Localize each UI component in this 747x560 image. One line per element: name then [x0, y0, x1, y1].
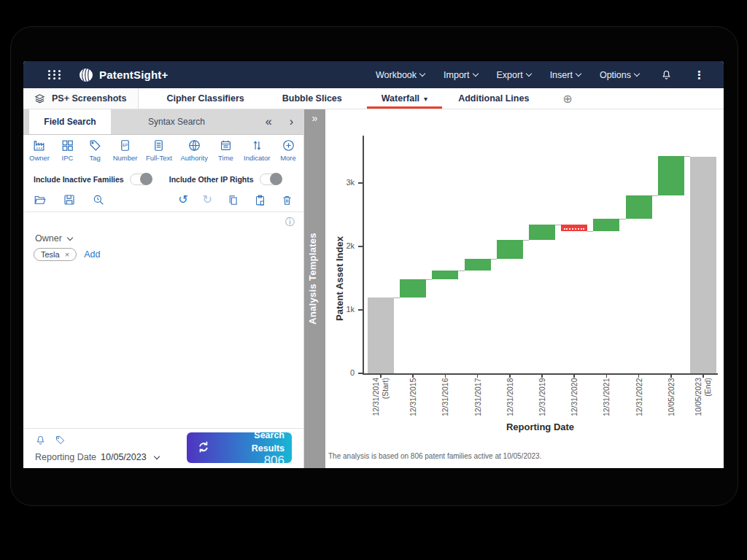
tag-icon[interactable]	[55, 435, 66, 446]
previous-level-dotted-line	[564, 228, 584, 230]
tab-syntax-search[interactable]: Syntax Search	[111, 109, 242, 134]
owner-chip-tesla[interactable]: Tesla ×	[34, 248, 77, 261]
tab-ps-screenshots[interactable]: PS+ Screenshots	[23, 88, 139, 109]
owner-add-link[interactable]: Add	[84, 249, 100, 260]
tab-waterfall[interactable]: Waterfall ▾	[367, 88, 442, 109]
owner-filter-header[interactable]: Owner	[35, 233, 72, 244]
chevron-down-icon	[419, 71, 425, 77]
waterfall-bar[interactable]	[626, 195, 652, 218]
sliders-arrows-icon	[250, 139, 264, 152]
patentsight-logo[interactable]: PatentSight+	[78, 67, 169, 83]
search-history-icon[interactable]	[92, 193, 105, 206]
menu-options[interactable]: Options	[600, 70, 639, 80]
bar-connector-line	[523, 240, 529, 241]
field-ipc-button[interactable]: IPC	[58, 139, 77, 162]
folder-open-icon[interactable]	[34, 193, 47, 206]
waterfall-bar[interactable]	[658, 156, 684, 196]
reporting-date-value: 10/05/2023	[101, 452, 147, 462]
menu-workbook[interactable]: Workbook	[376, 70, 425, 80]
x-axis-tick	[573, 374, 575, 378]
analysis-templates-label: Analysis Templates	[307, 220, 322, 337]
waterfall-bar[interactable]	[432, 271, 458, 279]
waterfall-bar[interactable]	[465, 259, 491, 271]
notifications-bell-icon[interactable]	[661, 69, 672, 80]
chevron-down-icon	[576, 71, 581, 77]
waterfall-bar[interactable]	[368, 298, 394, 373]
next-panel-icon[interactable]: ›	[290, 115, 293, 128]
menu-export[interactable]: Export	[497, 70, 531, 80]
field-authority-button[interactable]: Authority	[180, 139, 208, 162]
globe-icon	[187, 139, 201, 152]
field-fulltext-button[interactable]: Full-Text	[146, 139, 172, 162]
tab-cipher-classifiers[interactable]: Cipher Classifiers	[152, 88, 258, 109]
waterfall-bar[interactable]	[400, 279, 426, 297]
redo-icon[interactable]: ↻	[203, 194, 212, 206]
field-indicator-button[interactable]: Indicator	[244, 139, 270, 162]
calendar-icon	[219, 139, 233, 152]
menu-insert[interactable]: Insert	[550, 70, 581, 80]
x-axis-tick	[445, 374, 446, 378]
reporting-date-selector[interactable]: Reporting Date 10/05/2023	[35, 452, 159, 462]
refresh-icon	[196, 440, 212, 456]
patentsight-app-window: PatentSight+ Workbook Import Export Inse…	[23, 61, 724, 468]
factory-icon	[32, 139, 46, 152]
x-axis-tick	[606, 374, 608, 378]
chart-footnote: The analysis is based on 806 patent fami…	[328, 452, 541, 460]
search-results-count: 806	[264, 454, 285, 467]
logo-mark-icon	[78, 67, 94, 83]
waterfall-bar[interactable]	[561, 225, 587, 232]
waterfall-bar[interactable]	[593, 219, 619, 231]
search-results-button[interactable]: Search Results 806	[187, 432, 292, 463]
expand-templates-icon[interactable]: »	[304, 112, 325, 124]
tab-bubble-slices[interactable]: Bubble Slices	[268, 88, 357, 109]
toggle-other-ip-rights[interactable]	[260, 174, 282, 185]
app-name: PatentSight+	[99, 69, 169, 81]
bar-connector-line	[619, 219, 625, 219]
tab-field-search[interactable]: Field Search	[29, 109, 111, 134]
field-button-row: Owner IPC Tag EP Number	[29, 139, 298, 162]
y-axis-tick	[358, 309, 363, 311]
chip-remove-icon[interactable]: ×	[65, 250, 69, 259]
alert-bell-icon[interactable]	[35, 435, 46, 446]
svg-text:EP: EP	[123, 143, 128, 147]
reporting-date-label: Reporting Date	[35, 452, 96, 462]
app-launcher-icon[interactable]	[48, 70, 62, 79]
chevron-down-icon	[153, 453, 159, 459]
save-icon[interactable]	[63, 193, 76, 206]
field-owner-button[interactable]: Owner	[29, 139, 50, 162]
x-axis-tick	[412, 374, 414, 378]
field-number-button[interactable]: EP Number	[113, 139, 138, 162]
search-tab-header: Field Search Syntax Search « ›	[23, 109, 303, 135]
waterfall-chart: Patent Asset Index 01k2k3k12/31/2014(Sta…	[325, 109, 724, 468]
x-axis-tick	[638, 374, 640, 378]
bar-connector-line	[684, 156, 690, 157]
y-axis-title: Patent Asset Index	[334, 206, 346, 351]
field-more-button[interactable]: More	[279, 139, 298, 162]
waterfall-bar[interactable]	[529, 225, 555, 241]
chevron-down-icon	[67, 234, 73, 240]
field-tag-button[interactable]: Tag	[85, 139, 104, 162]
toggle-inactive-families[interactable]	[130, 174, 152, 185]
menu-import[interactable]: Import	[444, 70, 477, 80]
delete-trash-icon[interactable]	[281, 194, 293, 206]
analysis-templates-strip[interactable]: » Analysis Templates	[304, 109, 325, 468]
copy-icon[interactable]	[227, 194, 239, 206]
field-time-button[interactable]: Time	[216, 139, 235, 162]
y-axis-tick-label: 2k	[334, 241, 355, 250]
info-icon[interactable]: ⓘ	[285, 216, 295, 229]
x-axis-tick	[509, 374, 511, 378]
waterfall-bar[interactable]	[690, 157, 716, 373]
tab-additional-lines[interactable]: Additional Lines	[444, 88, 543, 109]
tab-caret-icon[interactable]: ▾	[424, 95, 427, 103]
bar-connector-line	[555, 225, 561, 225]
paste-icon[interactable]	[254, 194, 266, 206]
waterfall-bar[interactable]	[497, 240, 523, 259]
toggle-inactive-families-label: Include Inactive Families	[34, 175, 124, 184]
add-tab-icon[interactable]: ⊕	[562, 92, 572, 106]
collapse-panel-icon[interactable]: «	[266, 115, 272, 128]
more-options-kebab-icon[interactable]: ⋮	[691, 69, 708, 82]
plus-circle-icon	[282, 139, 295, 152]
undo-icon[interactable]: ↺	[178, 194, 187, 206]
y-axis-tick-label: 0	[334, 368, 355, 377]
bar-connector-line	[426, 279, 432, 280]
